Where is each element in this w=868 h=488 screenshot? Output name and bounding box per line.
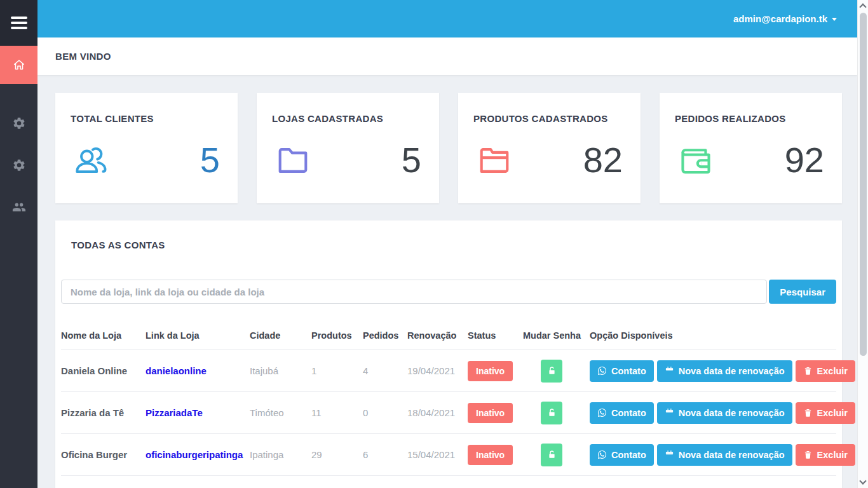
stat-value: 92 (785, 142, 824, 178)
store-city: Itajubá (250, 365, 311, 376)
accounts-title: TODAS AS CONTAS (71, 240, 836, 250)
renew-date-button[interactable]: Nova data de renovação (657, 402, 792, 424)
table-body: Daniela Online danielaonline Itajubá 1 4… (61, 350, 836, 476)
delete-button[interactable]: Excluir (796, 360, 855, 382)
stat-label: PEDIDOS REALIZADOS (675, 113, 827, 124)
home-icon (12, 58, 26, 72)
calendar-icon (665, 366, 674, 376)
search-input[interactable] (61, 280, 767, 304)
col-header-produtos: Produtos (311, 330, 363, 341)
trash-icon (803, 366, 813, 376)
delete-button[interactable]: Excluir (796, 402, 855, 424)
hamburger-icon (11, 14, 27, 32)
status-badge[interactable]: Inativo (468, 361, 513, 381)
table-header-row: Nome da Loja Link da Loja Cidade Produto… (61, 330, 836, 350)
stats-row: TOTAL CLIENTES 5 LOJAS CADASTRADAS (55, 93, 842, 203)
stores-folder-icon (275, 142, 311, 179)
status-badge[interactable]: Inativo (468, 403, 513, 423)
status-badge[interactable]: Inativo (468, 445, 513, 465)
page-title: BEM VINDO (55, 51, 111, 62)
change-password-button[interactable] (541, 360, 562, 383)
wallet-icon (677, 142, 714, 179)
store-products-count: 11 (311, 407, 363, 418)
calendar-icon (665, 450, 674, 459)
main-area: admin@cardapion.tk BEM VINDO TOTAL CLIEN… (37, 0, 857, 488)
trash-icon (803, 408, 813, 417)
whatsapp-icon (597, 366, 607, 376)
calendar-icon (665, 408, 674, 417)
chevron-down-icon (832, 18, 837, 21)
store-name: Daniela Online (61, 365, 146, 376)
row-actions: Contato Nova data de renovação Excluir (590, 360, 855, 382)
sidebar-item-home[interactable] (0, 46, 37, 84)
delete-button[interactable]: Excluir (796, 444, 855, 466)
stat-value: 82 (583, 142, 623, 178)
col-header-link: Link da Loja (146, 330, 250, 341)
scrollbar-thumb[interactable] (860, 13, 867, 356)
whatsapp-icon (597, 450, 607, 459)
col-header-status: Status (468, 330, 523, 341)
stat-label: TOTAL CLIENTES (71, 113, 222, 124)
scroll-down-icon[interactable] (859, 477, 866, 484)
store-name: Pizzaria da Tê (61, 407, 146, 418)
sidebar (0, 0, 37, 488)
unlock-icon (547, 366, 557, 376)
contact-button[interactable]: Contato (590, 444, 654, 466)
accounts-panel: TODAS AS CONTAS Pesquisar Nome da Loja L… (55, 220, 842, 488)
store-link[interactable]: danielaonline (146, 365, 207, 376)
stat-label: LOJAS CADASTRADAS (272, 113, 424, 124)
col-header-renovacao: Renovação (407, 330, 468, 341)
col-header-pedidos: Pedidos (363, 330, 407, 341)
scrollbar[interactable] (857, 0, 868, 488)
store-products-count: 29 (311, 449, 363, 460)
gear-icon (12, 158, 26, 172)
table-row: Oficina Burger oficinaburgeripatinga Ipa… (61, 434, 836, 476)
sidebar-item-users[interactable] (0, 188, 37, 226)
stat-card-pedidos-realizados: PEDIDOS REALIZADOS 92 (660, 93, 842, 203)
stat-card-lojas-cadastradas: LOJAS CADASTRADAS 5 (257, 93, 439, 203)
stat-card-produtos-cadastrados: PRODUTOS CADASTRADOS 82 (458, 93, 641, 203)
accounts-table: Nome da Loja Link da Loja Cidade Produto… (61, 330, 836, 476)
row-actions: Contato Nova data de renovação Excluir (590, 402, 855, 424)
store-link[interactable]: oficinaburgeripatinga (146, 449, 243, 460)
table-row: Daniela Online danielaonline Itajubá 1 4… (61, 350, 836, 392)
stat-card-total-clientes: TOTAL CLIENTES 5 (55, 93, 238, 203)
sidebar-item-settings-1[interactable] (0, 104, 37, 142)
users-icon (12, 200, 26, 214)
col-header-mudar-senha: Mudar Senha (523, 330, 590, 341)
store-renewal-date: 18/04/2021 (407, 407, 468, 418)
contact-button[interactable]: Contato (590, 402, 654, 424)
user-menu[interactable]: admin@cardapion.tk (733, 13, 837, 24)
table-row: Pizzaria da Tê PizzariadaTe Timóteo 11 0… (61, 392, 836, 434)
store-renewal-date: 15/04/2021 (407, 449, 468, 460)
store-products-count: 1 (311, 365, 363, 376)
unlock-icon (547, 450, 557, 459)
user-email: admin@cardapion.tk (733, 13, 827, 24)
clients-icon (73, 142, 110, 179)
unlock-icon (547, 408, 557, 417)
change-password-button[interactable] (541, 444, 562, 466)
contact-button[interactable]: Contato (590, 360, 654, 382)
products-folder-icon (476, 142, 513, 179)
page-header: BEM VINDO (37, 37, 857, 75)
store-name: Oficina Burger (61, 449, 146, 460)
change-password-button[interactable] (541, 402, 562, 424)
col-header-cidade: Cidade (250, 330, 311, 341)
search-button[interactable]: Pesquisar (769, 280, 836, 304)
store-link[interactable]: PizzariadaTe (146, 407, 203, 418)
topbar: admin@cardapion.tk (37, 0, 857, 37)
store-orders-count: 0 (363, 407, 407, 418)
search-row: Pesquisar (61, 280, 836, 304)
renew-date-button[interactable]: Nova data de renovação (657, 360, 792, 382)
sidebar-toggle-button[interactable] (0, 0, 37, 46)
store-renewal-date: 19/04/2021 (407, 365, 468, 376)
admin-dashboard: admin@cardapion.tk BEM VINDO TOTAL CLIEN… (0, 0, 868, 488)
stat-value: 5 (200, 142, 220, 178)
store-orders-count: 4 (363, 365, 407, 376)
trash-icon (803, 450, 813, 459)
sidebar-item-settings-2[interactable] (0, 146, 37, 184)
gear-icon (12, 116, 26, 130)
stat-label: PRODUTOS CADASTRADOS (473, 113, 625, 124)
renew-date-button[interactable]: Nova data de renovação (657, 444, 792, 466)
scroll-up-icon[interactable] (859, 3, 866, 10)
